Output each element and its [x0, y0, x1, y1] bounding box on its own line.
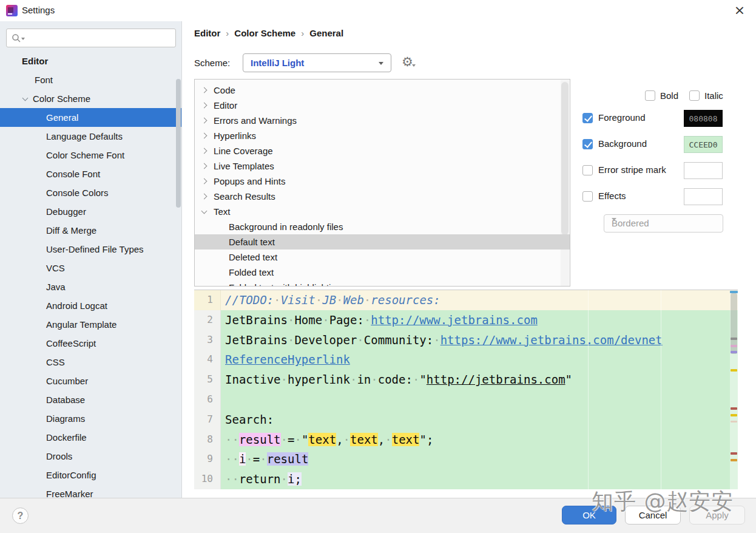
tree-item-folded-text[interactable]: Folded text [195, 265, 570, 280]
breadcrumb-editor[interactable]: Editor [194, 28, 220, 38]
tree-item-search-results[interactable]: Search Results [195, 189, 570, 204]
close-icon[interactable]: × [732, 2, 748, 18]
whitespace-dot: · [288, 333, 294, 347]
tree-item-folded-text-with-highlighting[interactable]: Folded text with highlighting [195, 280, 570, 287]
tree-item-deleted-text[interactable]: Deleted text [195, 250, 570, 265]
sidebar-item-drools[interactable]: Drools [0, 447, 182, 466]
sidebar-item-database[interactable]: Database [0, 390, 182, 409]
stripe-mark[interactable] [731, 407, 737, 410]
whitespace-dot: · [294, 433, 301, 446]
sidebar-item-language-defaults[interactable]: Language Defaults [0, 127, 182, 146]
sidebar-item-label: VCS [46, 263, 65, 273]
search-options-arrow-icon[interactable] [21, 38, 25, 40]
sidebar-item-diagrams[interactable]: Diagrams [0, 409, 182, 428]
sidebar-item-editorconfig[interactable]: EditorConfig [0, 466, 182, 484]
sidebar-item-color-scheme-font[interactable]: Color Scheme Font [0, 146, 182, 165]
tree-item-live-templates[interactable]: Live Templates [195, 158, 570, 174]
stripe-mark[interactable] [731, 338, 737, 340]
sidebar-item-diff-merge[interactable]: Diff & Merge [0, 221, 182, 240]
sidebar-item-general[interactable]: General [0, 108, 182, 127]
code-line-6: 6 [194, 390, 738, 410]
sidebar-item-cucumber[interactable]: Cucumber [0, 372, 182, 390]
stripe-mark[interactable] [731, 421, 737, 423]
effects-color-swatch[interactable] [684, 188, 723, 205]
code-segment-hl-pink: result [239, 433, 281, 446]
error-stripe-bar[interactable] [730, 291, 738, 489]
stripe-mark[interactable] [730, 291, 738, 293]
sidebar-item-dockerfile[interactable]: Dockerfile [0, 428, 182, 447]
sidebar-item-freemarker[interactable]: FreeMarker [0, 484, 182, 498]
breadcrumb-color-scheme[interactable]: Color Scheme [234, 28, 295, 38]
sidebar-item-vcs[interactable]: VCS [0, 259, 182, 277]
sidebar-item-user-defined-file-types[interactable]: User-Defined File Types [0, 240, 182, 259]
sidebar-item-font[interactable]: Font [0, 70, 182, 89]
tree-item-label: Code [214, 85, 235, 95]
whitespace-dot: · [274, 293, 280, 307]
line-number: 2 [194, 310, 221, 330]
tree-item-background-in-readonly-files[interactable]: Background in readonly files [195, 219, 570, 234]
sidebar-item-angular-template[interactable]: Angular Template [0, 315, 182, 334]
error-stripe-mark-color-swatch[interactable] [684, 162, 723, 179]
sidebar-item-css[interactable]: CSS [0, 353, 182, 372]
code-line-5: 5Inactive·hyperlink·in·code:·"http://jet… [194, 370, 738, 390]
code-segment-link: https://www.jetbrains.com/devnet [440, 333, 663, 347]
sidebar-item-debugger[interactable]: Debugger [0, 202, 182, 221]
line-number: 4 [194, 350, 221, 370]
sidebar-item-console-colors[interactable]: Console Colors [0, 183, 182, 202]
sidebar-item-coffeescript[interactable]: CoffeeScript [0, 334, 182, 353]
chevron-down-icon [201, 208, 208, 214]
sidebar-item-console-font[interactable]: Console Font [0, 165, 182, 183]
sidebar-item-label: General [46, 112, 78, 123]
breadcrumb-separator: › [220, 28, 234, 38]
sidebar-item-label: FreeMarker [46, 489, 93, 498]
tree-item-line-coverage[interactable]: Line Coverage [195, 143, 570, 158]
foreground-checkbox[interactable] [582, 113, 593, 123]
bold-checkbox[interactable] [645, 90, 655, 101]
scheme-actions-gear-button[interactable]: ⚙ [402, 54, 419, 70]
code-segment-plain: ·=·" [281, 433, 309, 446]
line-number: 6 [194, 390, 221, 410]
code-segment-hl-yellow: text [392, 433, 420, 446]
chevron-right-icon [201, 148, 208, 154]
tree-item-popups-and-hints[interactable]: Popups and Hints [195, 174, 570, 189]
line-number: 3 [194, 330, 221, 350]
code-segment-plain: JetBrains·Developer·Community:· [225, 333, 440, 347]
tree-item-label: Search Results [214, 191, 275, 202]
background-color-swatch[interactable]: CCEED0 [684, 136, 723, 153]
sidebar-item-java[interactable]: Java [0, 277, 182, 296]
tree-item-code[interactable]: Code [195, 83, 570, 98]
search-input[interactable] [27, 30, 173, 46]
stripe-mark[interactable] [731, 459, 737, 461]
effects-type-value: Bordered [612, 218, 649, 228]
sidebar-item-android-logcat[interactable]: Android Logcat [0, 296, 182, 315]
code-line-8: 8··result·=·"text,·text,·text"; [194, 430, 738, 450]
scheme-value: IntelliJ Light [251, 58, 304, 68]
stripe-mark[interactable] [731, 345, 737, 347]
italic-checkbox[interactable] [689, 90, 700, 101]
whitespace-dot: · [316, 293, 322, 307]
stripe-mark[interactable] [731, 414, 737, 416]
code-text: JetBrains·Home·Page:·http://www.jetbrain… [221, 310, 538, 330]
stripe-mark[interactable] [731, 452, 737, 455]
tree-item-default-text[interactable]: Default text [195, 234, 570, 250]
sidebar-item-color-scheme[interactable]: Color Scheme [0, 89, 182, 108]
sidebar-item-label: EditorConfig [46, 470, 96, 480]
tree-item-errors-and-warnings[interactable]: Errors and Warnings [195, 113, 570, 128]
background-checkbox[interactable] [582, 139, 593, 149]
tree-item-editor[interactable]: Editor [195, 98, 570, 113]
stripe-mark[interactable] [731, 351, 737, 353]
tree-item-text[interactable]: Text [195, 204, 570, 219]
stripe-mark[interactable] [731, 369, 737, 372]
sidebar-item-editor[interactable]: Editor [0, 52, 182, 70]
code-segment-link: http://www.jetbrains.com [371, 313, 538, 327]
foreground-color-swatch[interactable]: 080808 [684, 110, 723, 127]
tree-item-hyperlinks[interactable]: Hyperlinks [195, 128, 570, 143]
whitespace-dot: · [371, 373, 377, 386]
sidebar-item-label: User-Defined File Types [46, 244, 144, 254]
effects-checkbox[interactable] [582, 191, 593, 202]
effects-type-select[interactable]: Bordered [604, 214, 723, 233]
error-stripe-mark-checkbox[interactable] [582, 165, 593, 175]
scheme-select[interactable]: IntelliJ Light [243, 53, 391, 72]
help-button[interactable]: ? [12, 508, 29, 524]
sidebar-scrollbar[interactable] [176, 79, 181, 208]
